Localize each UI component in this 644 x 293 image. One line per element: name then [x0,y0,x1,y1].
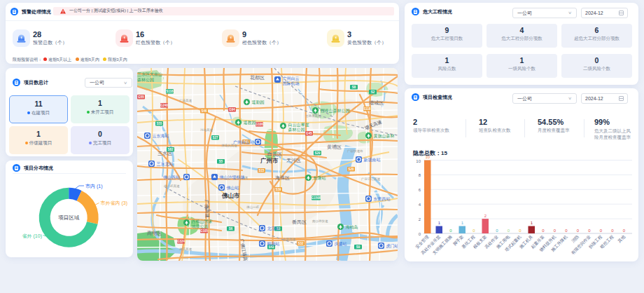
svg-text:0: 0 [565,229,568,233]
svg-text:森林公园: 森林公园 [137,78,154,83]
svg-text:G1508: G1508 [312,196,321,200]
svg-text:广州市: 广州市 [260,157,279,164]
svg-text:佛山一环: 佛山一环 [246,205,260,209]
svg-text:白云区: 白云区 [267,151,282,157]
svg-text:0: 0 [472,229,475,233]
svg-text:S5: S5 [219,160,223,163]
svg-text:4: 4 [419,203,421,207]
svg-text:高明区: 高明区 [147,231,162,236]
svg-text:0: 0 [519,229,522,233]
svg-text:广州白云: 广州白云 [283,76,300,81]
svg-text:花都区: 花都区 [250,75,265,81]
svg-text:S20: S20 [348,168,354,171]
svg-text:0: 0 [611,229,614,233]
svg-text:三水区: 三水区 [158,151,172,156]
svg-text:S8: S8 [352,86,356,89]
svg-text:广园快速路: 广园快速路 [347,149,363,153]
svg-text:6: 6 [419,188,421,192]
svg-text:白云山摩崖: 白云山摩崖 [288,122,309,128]
svg-text:佛开高速: 佛开高速 [179,247,192,251]
svg-text:三水北站: 三水北站 [157,161,174,167]
svg-text:S55: S55 [156,122,162,125]
svg-text:S32: S32 [298,242,304,245]
svg-text:2: 2 [484,214,487,218]
svg-text:G324: G324 [177,240,186,243]
svg-text:G94: G94 [229,108,235,111]
svg-text:G106: G106 [255,123,264,126]
svg-text:帽峰山森林公园: 帽峰山森林公园 [321,108,350,114]
svg-text:0: 0 [419,232,421,236]
svg-text:S29: S29 [314,151,321,155]
svg-text:佛山沙堤机场: 佛山沙堤机场 [220,175,245,180]
svg-text:G45: G45 [306,132,312,135]
svg-text:长隆站: 长隆站 [314,175,326,181]
svg-text:0: 0 [588,229,591,233]
svg-text:0: 0 [449,229,452,233]
svg-text:北滘站: 北滘站 [267,226,280,231]
svg-text:S15: S15 [258,169,265,172]
svg-text:G55: G55 [138,95,144,99]
svg-text:逕教园: 逕教园 [244,120,256,125]
svg-text:消防: 消防 [570,234,580,244]
svg-text:S9: S9 [356,245,360,249]
svg-text:0: 0 [600,229,603,233]
svg-text:0: 0 [507,229,510,233]
svg-text:G240: G240 [160,104,169,107]
svg-text:番禺区: 番禺区 [292,219,307,224]
svg-text:新塘南站: 新塘南站 [364,157,381,163]
svg-text:其他: 其他 [617,234,626,243]
svg-text:南沙港快速: 南沙港快速 [312,219,328,223]
svg-text:海鸥岛: 海鸥岛 [346,225,358,229]
svg-text:云东海站: 云东海站 [153,133,169,139]
svg-text:广深沿江高速: 广深沿江高速 [361,177,381,181]
svg-text:佛山站: 佛山站 [227,186,239,191]
svg-text:G105: G105 [200,229,209,233]
svg-text:1: 1 [461,221,464,225]
svg-text:珠二环高速: 珠二环高速 [163,184,180,188]
svg-text:0: 0 [623,229,626,233]
svg-text:项目区域: 项目区域 [58,214,80,221]
svg-text:三水区大南山: 三水区大南山 [137,71,162,76]
svg-text:0: 0 [496,229,498,233]
svg-text:1: 1 [531,221,533,225]
svg-text:1: 1 [438,221,441,225]
svg-text:天河区: 天河区 [286,158,301,163]
svg-text:虎门站: 虎门站 [386,243,398,249]
svg-text:10: 10 [416,159,421,163]
svg-text:S27: S27 [212,136,218,139]
svg-text:增城区: 增城区 [368,100,384,106]
svg-text:森林公园: 森林公园 [288,128,305,132]
svg-text:市内 (1): 市内 (1) [85,183,103,189]
svg-text:佛山西站: 佛山西站 [163,175,180,180]
svg-text:逕勤园: 逕勤园 [252,100,265,105]
svg-text:东莞西站: 东莞西站 [374,196,391,202]
svg-text:广佛高速: 广佛高速 [204,200,210,218]
svg-text:海珠区: 海珠区 [275,175,290,181]
svg-text:10: 10 [425,155,430,159]
svg-text:0: 0 [554,229,556,233]
svg-text:S39: S39 [275,188,281,191]
svg-text:S6: S6 [229,227,233,231]
svg-text:庆盛站: 庆盛站 [335,241,347,247]
svg-text:市外省内 (3): 市外省内 (3) [101,200,128,206]
svg-text:S2: S2 [371,90,375,94]
svg-text:S46: S46 [201,109,207,113]
svg-text:S118: S118 [363,107,371,111]
svg-text:沈海高速: 沈海高速 [200,128,214,132]
svg-text:黄旗山森林: 黄旗山森林 [374,134,396,138]
svg-text:佛山市: 佛山市 [221,192,240,199]
svg-text:黄埔区: 黄埔区 [327,144,342,150]
svg-text:2: 2 [419,217,421,222]
svg-text:S118: S118 [166,90,174,93]
svg-text:广州白云站: 广州白云站 [233,140,254,145]
svg-text:顺德站: 顺德站 [267,242,280,247]
svg-text:东新高速: 东新高速 [283,238,296,241]
svg-text:西樵山国家: 西樵山国家 [192,219,213,224]
svg-text:省外 (10): 省外 (10) [22,233,42,239]
svg-text:0: 0 [542,229,545,233]
svg-text:国际机场: 国际机场 [283,81,300,86]
svg-text:8: 8 [419,173,421,177]
svg-text:广清高速: 广清高速 [179,99,192,102]
svg-text:0: 0 [577,229,580,233]
svg-text:地质公园: 地质公园 [192,224,209,229]
